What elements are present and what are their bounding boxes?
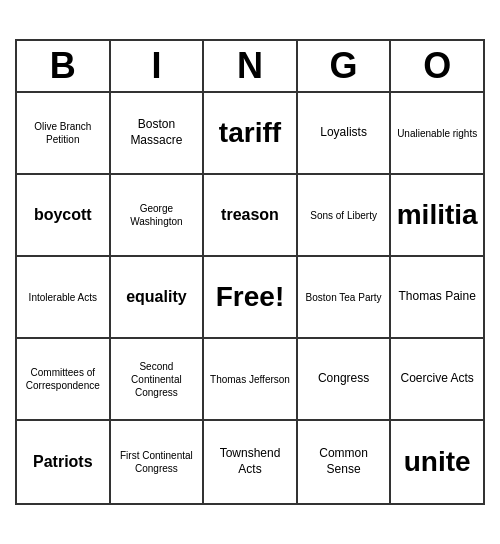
cell-text: militia [397,197,478,233]
header-letter: N [204,41,298,93]
bingo-cell: Committees of Correspondence [17,339,111,421]
bingo-cell: Thomas Jefferson [204,339,298,421]
bingo-row: Olive Branch PetitionBoston Massacretari… [17,93,483,175]
bingo-cell: Boston Tea Party [298,257,392,339]
cell-text: Congress [318,371,369,387]
bingo-cell: militia [391,175,483,257]
header-letter: B [17,41,111,93]
bingo-cell: boycott [17,175,111,257]
bingo-row: boycottGeorge WashingtontreasonSons of L… [17,175,483,257]
bingo-cell: Patriots [17,421,111,503]
header-letter: I [111,41,205,93]
cell-text: Second Continental Congress [115,360,199,399]
bingo-cell: George Washington [111,175,205,257]
bingo-cell: Olive Branch Petition [17,93,111,175]
cell-text: Patriots [33,452,93,473]
cell-text: Sons of Liberty [310,209,377,222]
cell-text: tariff [219,115,281,151]
cell-text: Boston Massacre [115,117,199,148]
bingo-cell: Boston Massacre [111,93,205,175]
cell-text: Thomas Paine [398,289,475,305]
bingo-card: BINGO Olive Branch PetitionBoston Massac… [15,39,485,505]
cell-text: Thomas Jefferson [210,373,290,386]
cell-text: Intolerable Acts [29,291,97,304]
bingo-header: BINGO [17,41,483,93]
bingo-cell: Unalienable rights [391,93,483,175]
cell-text: Boston Tea Party [306,291,382,304]
bingo-cell: Free! [204,257,298,339]
cell-text: unite [404,444,471,480]
cell-text: boycott [34,205,92,226]
bingo-cell: Intolerable Acts [17,257,111,339]
cell-text: Olive Branch Petition [21,120,105,146]
cell-text: equality [126,287,186,308]
cell-text: Loyalists [320,125,367,141]
bingo-cell: Common Sense [298,421,392,503]
bingo-row: Committees of CorrespondenceSecond Conti… [17,339,483,421]
cell-text: treason [221,205,279,226]
bingo-cell: First Continental Congress [111,421,205,503]
cell-text: First Continental Congress [115,449,199,475]
bingo-cell: Congress [298,339,392,421]
cell-text: Townshend Acts [208,446,292,477]
cell-text: Unalienable rights [397,127,477,140]
bingo-cell: Loyalists [298,93,392,175]
bingo-cell: treason [204,175,298,257]
cell-text: Free! [216,279,284,315]
bingo-cell: Coercive Acts [391,339,483,421]
bingo-cell: Sons of Liberty [298,175,392,257]
header-letter: O [391,41,483,93]
bingo-row: Intolerable ActsequalityFree!Boston Tea … [17,257,483,339]
bingo-grid: Olive Branch PetitionBoston Massacretari… [17,93,483,503]
cell-text: Common Sense [302,446,386,477]
cell-text: Coercive Acts [400,371,473,387]
bingo-cell: equality [111,257,205,339]
header-letter: G [298,41,392,93]
bingo-cell: tariff [204,93,298,175]
cell-text: Committees of Correspondence [21,366,105,392]
bingo-row: PatriotsFirst Continental CongressTownsh… [17,421,483,503]
bingo-cell: Second Continental Congress [111,339,205,421]
bingo-cell: unite [391,421,483,503]
cell-text: George Washington [115,202,199,228]
bingo-cell: Thomas Paine [391,257,483,339]
bingo-cell: Townshend Acts [204,421,298,503]
